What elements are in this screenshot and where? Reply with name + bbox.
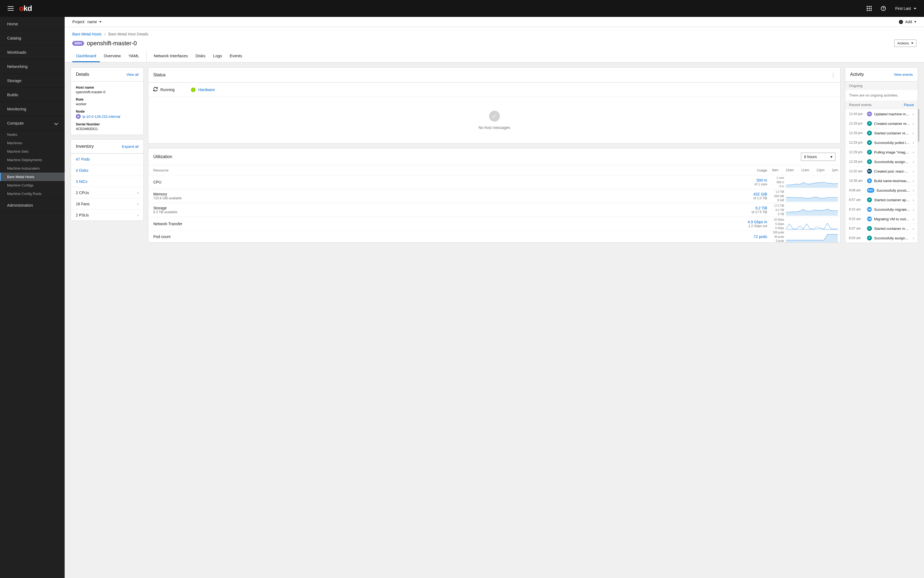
sidebar-sub-bare-metal-hosts[interactable]: Bare Metal Hosts <box>0 172 65 181</box>
activity-card: Activity View events Ongoing There are n… <box>845 67 918 243</box>
event-time: 12:29 pm <box>849 160 865 164</box>
util-value[interactable]: 500 m <box>754 178 767 182</box>
tab-network-interfaces[interactable]: Network Interfaces <box>150 50 192 62</box>
add-button[interactable]: + Add <box>899 19 916 24</box>
actions-button[interactable]: Actions <box>894 39 916 47</box>
dashboard-right-col: Activity View events Ongoing There are n… <box>845 67 918 243</box>
event-row[interactable]: 12:29 pmPStarted container reacta…› <box>845 128 918 138</box>
tab-events[interactable]: Events <box>226 50 246 62</box>
user-menu[interactable]: First Last <box>895 6 916 11</box>
sidebar-sub-machine-config-pools[interactable]: Machine Config Pools <box>0 190 65 198</box>
sidebar-sub-machine-configs[interactable]: Machine Configs <box>0 181 65 190</box>
breadcrumb-parent[interactable]: Bare Metal Hosts <box>72 32 101 36</box>
duration-select[interactable]: 6 hours ▾ <box>801 153 835 161</box>
status-hardware[interactable]: ✓ Hardware <box>191 87 215 93</box>
event-row[interactable]: 8:32 amVMMigrating VM to node ip…› <box>845 214 918 224</box>
project-selector[interactable]: Project: name <box>72 19 101 24</box>
role-value: worker <box>76 102 138 106</box>
event-row[interactable]: 9:08 amPVCSuccessfully provision…› <box>845 185 918 195</box>
sync-icon <box>153 87 158 93</box>
inventory-row[interactable]: 2 CPUs› <box>71 187 143 198</box>
event-row[interactable]: 12:29 pmPSuccessfully assigned ap…› <box>845 157 918 166</box>
util-yticks: 10 Gbps5 Gbps0 Gbps <box>772 218 784 230</box>
util-value[interactable]: 9.2 TiB <box>752 206 767 210</box>
inventory-row[interactable]: 16 Fans› <box>71 198 143 209</box>
serial-value: 4CE0460DG1 <box>76 127 138 131</box>
event-badge-icon: P <box>867 131 872 135</box>
node-link[interactable]: N ip-10-0-128-232.internal <box>76 114 120 119</box>
util-value[interactable]: 72 pods <box>753 234 767 239</box>
util-xtick: 9am <box>772 168 778 172</box>
event-text: Successfully migrated V… <box>874 208 911 211</box>
sidebar-item-compute[interactable]: Compute <box>0 116 65 130</box>
sidebar-sub-machine-autoscalers[interactable]: Machine Autoscalers <box>0 164 65 172</box>
sidebar-item-catalog[interactable]: Catalog <box>0 31 65 45</box>
kebab-icon[interactable]: ⋮ <box>831 72 835 78</box>
chevron-right-icon: › <box>913 112 914 116</box>
event-row[interactable]: 8:57 amPStarted container appde…› <box>845 195 918 205</box>
activity-view-events[interactable]: View events <box>894 73 913 76</box>
duration-value: 6 hours <box>804 154 817 159</box>
util-row: Memory720.9 GiB available 432 GiBof 1.0 … <box>148 189 840 203</box>
event-row[interactable]: 11:02 amRCCreated pod: react-web-…› <box>845 166 918 176</box>
event-row[interactable]: 12:43 pmMUpdated machine mynam…› <box>845 109 918 119</box>
tab-overview[interactable]: Overview <box>100 50 125 62</box>
node-label: Node <box>76 109 138 114</box>
inventory-row[interactable]: 3 NICs <box>71 176 143 187</box>
util-value[interactable]: 432 GiB <box>753 192 767 196</box>
inventory-expand-all[interactable]: Expand all <box>122 144 138 149</box>
sidebar-sub-nodes[interactable]: Nodes <box>0 130 65 139</box>
sidebar-item-home[interactable]: Home <box>0 17 65 31</box>
tab-logs[interactable]: Logs <box>209 50 226 62</box>
tab-divider <box>146 50 147 62</box>
event-row[interactable]: 8:03 amPSuccessfully assigned m…› <box>845 233 918 243</box>
scrollbar[interactable] <box>918 109 919 142</box>
details-view-all[interactable]: View all <box>126 73 138 76</box>
chevron-right-icon: › <box>913 179 914 183</box>
logo-kd: kd <box>23 4 32 13</box>
event-row[interactable]: 10:38 amBBuild name-test/react-we…› <box>845 176 918 185</box>
chevron-right-icon: › <box>913 227 914 231</box>
top-bar: okd ? First Last <box>0 0 924 17</box>
utilization-title: Utilization <box>153 154 172 159</box>
event-text: Successfully assigned m… <box>874 236 911 240</box>
event-row[interactable]: 8:32 amVMSuccessfully migrated V…› <box>845 205 918 214</box>
event-row[interactable]: 12:29 pmPPulling image "image-re…› <box>845 147 918 157</box>
sidebar-sub-machines[interactable]: Machines <box>0 139 65 147</box>
menu-toggle-icon[interactable] <box>8 6 14 11</box>
status-running-label: Running <box>160 88 175 92</box>
add-label: Add <box>905 19 912 24</box>
tab-disks[interactable]: Disks <box>192 50 209 62</box>
status-hardware-label: Hardware <box>198 88 215 92</box>
inventory-row[interactable]: 47 Pods <box>71 154 143 165</box>
sparkline-chart <box>786 204 838 216</box>
check-icon: ✓ <box>489 111 500 122</box>
event-row[interactable]: 12:29 pmPCreated container reacta…› <box>845 119 918 128</box>
inventory-row[interactable]: 2 PSUs› <box>71 209 143 221</box>
page-title: openshift-master-0 <box>87 40 136 47</box>
util-name: Storage <box>153 206 177 210</box>
sidebar-item-networking[interactable]: Networking <box>0 59 65 74</box>
sidebar-item-monitoring[interactable]: Monitoring <box>0 102 65 116</box>
inventory-row[interactable]: 4 Disks <box>71 165 143 176</box>
event-row[interactable]: 8:07 amPStarted container manag…› <box>845 224 918 233</box>
help-icon[interactable]: ? <box>881 6 886 11</box>
event-row[interactable]: 12:29 pmPSuccessfully pulled imag…› <box>845 138 918 147</box>
sidebar-item-workloads[interactable]: Workloads <box>0 45 65 59</box>
okd-logo[interactable]: okd <box>19 4 32 13</box>
caret-down-icon <box>914 21 916 23</box>
util-value[interactable]: 4.9 Gbps in <box>747 220 767 224</box>
util-xtick: 10am <box>786 168 794 172</box>
tab-dashboard[interactable]: Dashboard <box>72 50 100 62</box>
sidebar-sub-machine-sets[interactable]: Machine Sets <box>0 147 65 156</box>
sidebar-item-builds[interactable]: Builds <box>0 88 65 102</box>
sidebar-item-storage[interactable]: Storage <box>0 74 65 88</box>
sidebar-sub-machine-deployments[interactable]: Machine Deployments <box>0 156 65 164</box>
event-text: Created container reacta… <box>874 122 911 126</box>
sidebar-item-administration[interactable]: Administration <box>0 198 65 213</box>
event-time: 12:29 pm <box>849 131 865 135</box>
app-launcher-icon[interactable] <box>867 6 872 11</box>
tab-yaml[interactable]: YAML <box>125 50 143 62</box>
activity-pause[interactable]: Pause <box>904 103 914 107</box>
event-time: 8:07 am <box>849 227 865 231</box>
